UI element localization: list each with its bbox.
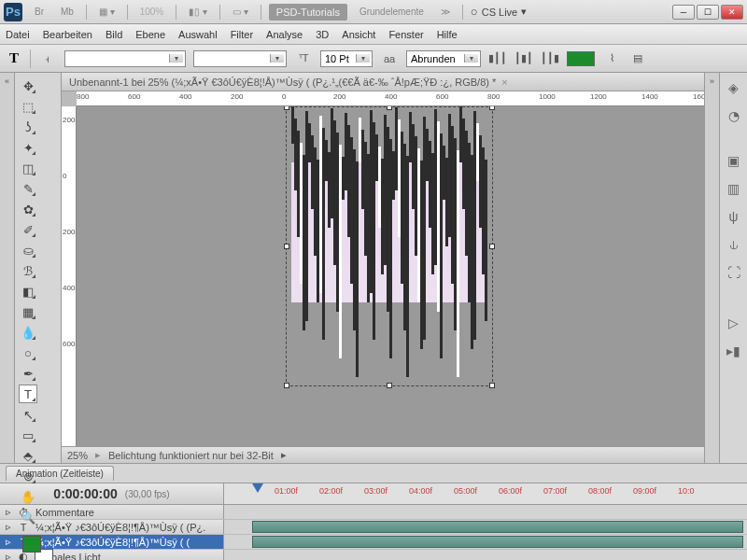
hand-tool[interactable]: ✋ xyxy=(19,487,37,506)
warp-text-button[interactable]: ⌇ xyxy=(602,49,621,68)
paths-panel-icon[interactable]: ⫝ xyxy=(725,235,743,254)
character-panel-button[interactable]: ▤ xyxy=(628,49,647,68)
menu-fenster[interactable]: Fenster xyxy=(388,29,423,40)
align-left-button[interactable]: ▮┃┃ xyxy=(488,49,507,68)
screen-mode-dropdown[interactable]: ▭ ▾ xyxy=(228,4,253,20)
status-message: Belichtung funktioniert nur bei 32-Bit xyxy=(108,450,274,461)
minimize-button[interactable]: ─ xyxy=(672,5,695,20)
stamp-tool[interactable]: ⛀ xyxy=(19,241,37,259)
timeline-ruler[interactable]: 01:00f02:00f03:00f04:00f05:00f06:00f07:0… xyxy=(224,483,747,504)
menu-bar: Datei Bearbeiten Bild Ebene Auswahl Filt… xyxy=(0,24,747,45)
menu-ebene[interactable]: Ebene xyxy=(135,29,165,40)
track-row[interactable]: ▹T¼;x¦Ã•Ÿ ♪€3ôÚ€ÿÈ8¦!¶Å)™Ùsÿ ( (P¿. xyxy=(0,520,747,535)
move-tool[interactable]: ✥ xyxy=(19,77,37,95)
collapse-left-icon[interactable]: « xyxy=(5,77,9,86)
adjustments-panel-icon[interactable]: ▣ xyxy=(725,151,743,170)
toolbox: ✥ ⬚ ʖ ✦ ◫ ✎ ✿ ✐ ⛀ ℬ ◧ ▦ 💧 ○ ✒ T ↖ ▭ ⬘ ⊚ … xyxy=(15,73,62,463)
font-size-combo[interactable] xyxy=(320,50,373,67)
menu-filter[interactable]: Filter xyxy=(231,29,253,40)
healing-tool[interactable]: ✿ xyxy=(19,200,37,218)
close-tab-icon[interactable]: × xyxy=(501,77,507,88)
antialias-combo[interactable] xyxy=(406,50,481,67)
brush-tool[interactable]: ✐ xyxy=(19,220,37,239)
collapse-right-icon[interactable]: » xyxy=(705,73,719,86)
path-select-tool[interactable]: ↖ xyxy=(19,405,37,424)
app-icon: Ps xyxy=(4,3,22,21)
menu-hilfe[interactable]: Hilfe xyxy=(437,29,458,40)
menu-3d[interactable]: 3D xyxy=(316,29,329,40)
ruler-horizontal: 8006004002000200400600800100012001400160… xyxy=(77,91,704,106)
cslive-dropdown[interactable]: CS Live ▾ xyxy=(471,5,527,19)
workspace-more[interactable]: ≫ xyxy=(436,4,455,20)
align-right-button[interactable]: ┃┃▮ xyxy=(541,49,559,68)
animation-panel: Animation (Zeitleiste) 0:00:00:00 (30,00… xyxy=(0,463,747,560)
active-tool-icon: T xyxy=(6,50,22,67)
options-bar: T ⫞ ᵀT aa ▮┃┃ ┃▮┃ ┃┃▮ ⌇ ▤ xyxy=(0,45,747,73)
text-orientation-button[interactable]: ⫞ xyxy=(38,49,57,68)
track-row[interactable]: ▹◐Globales Licht xyxy=(0,550,747,560)
color-panel-icon[interactable]: ◔ xyxy=(725,106,743,125)
color-swatches[interactable] xyxy=(19,534,57,560)
shape-tool[interactable]: ▭ xyxy=(19,426,37,444)
pen-tool[interactable]: ✒ xyxy=(19,364,37,383)
font-family-combo[interactable] xyxy=(64,50,186,67)
eraser-tool[interactable]: ◧ xyxy=(19,282,37,301)
3d-camera-tool[interactable]: ⊚ xyxy=(19,467,37,485)
close-button[interactable]: ✕ xyxy=(721,5,743,20)
canvas-viewport[interactable] xyxy=(77,106,704,446)
zoom-tool[interactable]: 🔍 xyxy=(19,508,37,526)
marquee-tool[interactable]: ⬚ xyxy=(19,97,37,116)
history-brush-tool[interactable]: ℬ xyxy=(19,261,37,280)
play-panel-icon[interactable]: ▷ xyxy=(725,314,743,332)
fps-label: (30,00 fps) xyxy=(125,489,170,499)
zoom-level[interactable]: 100% xyxy=(135,4,169,20)
dodge-tool[interactable]: ○ xyxy=(19,343,37,362)
panel-dock: ◈ ◔ ▣ ▥ ψ ⫝ ⛶ ▷ ▸▮ xyxy=(719,73,747,463)
blur-tool[interactable]: 💧 xyxy=(19,323,37,342)
minibridge-button[interactable]: Mb xyxy=(56,4,78,20)
3d-tool[interactable]: ⬘ xyxy=(19,446,37,465)
history-panel-icon[interactable]: ▸▮ xyxy=(725,342,743,360)
timeline-tracks: ▹⏱Kommentare▹T¼;x¦Ã•Ÿ ♪€3ôÚ€ÿÈ8¦!¶Å)™Ùsÿ… xyxy=(0,505,747,560)
foreground-color[interactable] xyxy=(22,536,41,553)
status-bar: 25% ▸ Belichtung funktioniert nur bei 32… xyxy=(62,446,704,463)
playhead[interactable] xyxy=(252,483,263,498)
font-size-icon: ᵀT xyxy=(294,49,313,68)
font-style-combo[interactable] xyxy=(193,50,287,67)
view-mode-dropdown[interactable]: ▦ ▾ xyxy=(94,4,120,20)
menu-datei[interactable]: Datei xyxy=(6,29,30,40)
workspace-grundelemente[interactable]: Grundelemente xyxy=(355,4,429,20)
gradient-tool[interactable]: ▦ xyxy=(19,302,37,321)
antialias-icon: aa xyxy=(380,49,399,68)
menu-analyse[interactable]: Analyse xyxy=(266,29,303,40)
bridge-button[interactable]: Br xyxy=(30,4,49,20)
masks-panel-icon[interactable]: ▥ xyxy=(725,179,743,198)
align-center-button[interactable]: ┃▮┃ xyxy=(514,49,533,68)
layers-panel-icon[interactable]: ◈ xyxy=(725,78,743,97)
menu-bearbeiten[interactable]: Bearbeiten xyxy=(43,29,92,40)
type-tool[interactable]: T xyxy=(19,385,37,403)
menu-ansicht[interactable]: Ansicht xyxy=(342,29,375,40)
crop-tool[interactable]: ◫ xyxy=(19,159,37,177)
workspace-psdtutorials[interactable]: PSD-Tutorials xyxy=(269,4,347,21)
transform-box[interactable] xyxy=(286,106,493,386)
styles-panel-icon[interactable]: ⛶ xyxy=(725,263,743,282)
channels-panel-icon[interactable]: ψ xyxy=(725,207,743,226)
document-tab[interactable]: Unbenannt-1 bei 25% (¼;xÃ•Ÿ €3ôÚ€ÿÈ8¦!Å)… xyxy=(62,73,704,91)
lasso-tool[interactable]: ʖ xyxy=(19,118,37,136)
track-row[interactable]: ▹T¼;x¦Ã•Ÿ ♪€3ôÚ€ÿÈ8¦!¶Å)™Ùsÿ ( ( xyxy=(0,535,747,550)
menu-bild[interactable]: Bild xyxy=(106,29,122,40)
menu-auswahl[interactable]: Auswahl xyxy=(178,29,218,40)
text-color-swatch[interactable] xyxy=(567,51,595,66)
track-row[interactable]: ▹⏱Kommentare xyxy=(0,505,747,520)
eyedropper-tool[interactable]: ✎ xyxy=(19,179,37,198)
status-zoom[interactable]: 25% xyxy=(67,450,88,461)
ruler-vertical: 2000200400600 xyxy=(62,106,77,446)
timecode[interactable]: 0:00:00:00 xyxy=(53,486,118,501)
magic-wand-tool[interactable]: ✦ xyxy=(19,138,37,157)
arrange-dropdown[interactable]: ▮▯ ▾ xyxy=(184,4,212,20)
maximize-button[interactable]: ☐ xyxy=(697,5,719,20)
